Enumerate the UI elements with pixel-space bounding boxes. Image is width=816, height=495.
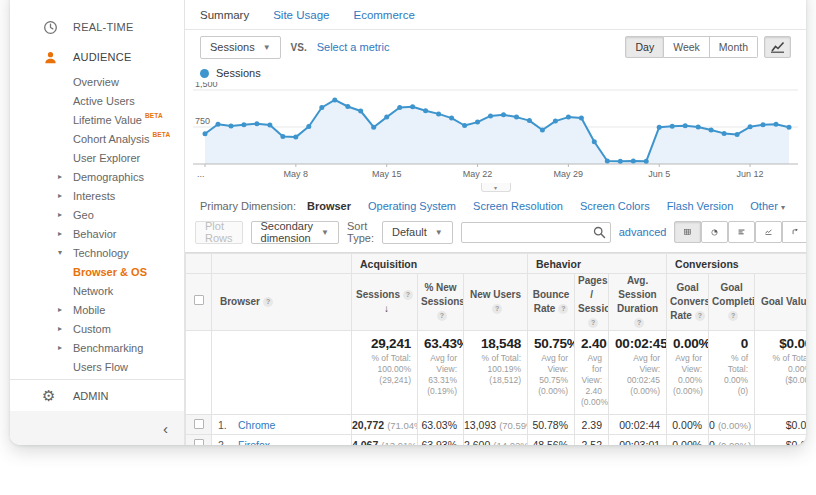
month-button[interactable]: Month xyxy=(710,36,758,58)
help-icon[interactable]: ? xyxy=(492,304,502,314)
dimension-screen-resolution[interactable]: Screen Resolution xyxy=(473,200,563,212)
search-icon[interactable] xyxy=(593,226,606,239)
data-point[interactable] xyxy=(722,131,727,136)
data-point[interactable] xyxy=(618,159,623,164)
data-point[interactable] xyxy=(592,139,597,144)
dimension-browser[interactable]: Browser xyxy=(307,200,351,212)
col-avg-duration[interactable]: Avg. Session Duration? xyxy=(609,274,667,331)
data-point[interactable] xyxy=(358,109,363,114)
metric-dropdown[interactable]: Sessions ▼ xyxy=(200,36,281,59)
col-goal-value[interactable]: Goal Value xyxy=(755,274,806,331)
sidebar-item-interests[interactable]: ▸Interests xyxy=(10,186,184,205)
sidebar-item-demographics[interactable]: ▸Demographics xyxy=(10,167,184,186)
col-goal-conv-rate[interactable]: Goal Conversion Rate? xyxy=(667,274,709,331)
dimension-other[interactable]: Other ▾ xyxy=(750,200,785,212)
col-browser[interactable]: Browser? xyxy=(212,274,352,331)
tab-summary[interactable]: Summary xyxy=(200,9,249,21)
sidebar-item-cohort-analysis[interactable]: Cohort AnalysisBETA xyxy=(10,129,184,148)
sidebar-item-active-users[interactable]: Active Users xyxy=(10,91,184,110)
search-input[interactable] xyxy=(461,222,611,243)
col-bounce-rate[interactable]: Bounce Rate? xyxy=(528,274,575,331)
week-button[interactable]: Week xyxy=(664,36,710,58)
data-point[interactable] xyxy=(384,115,389,120)
sidebar-item-realtime[interactable]: REAL-TIME xyxy=(10,12,184,42)
data-point[interactable] xyxy=(436,111,441,116)
sidebar-item-geo[interactable]: ▸Geo xyxy=(10,205,184,224)
help-icon[interactable]: ? xyxy=(403,290,413,300)
data-point[interactable] xyxy=(488,113,493,118)
data-point[interactable] xyxy=(761,122,766,127)
data-point[interactable] xyxy=(345,104,350,109)
day-button[interactable]: Day xyxy=(625,36,664,58)
select-metric-link[interactable]: Select a metric xyxy=(317,41,390,53)
data-point[interactable] xyxy=(423,108,428,113)
sidebar-item-browser-os[interactable]: Browser & OS xyxy=(10,262,184,281)
help-icon[interactable]: ? xyxy=(695,311,705,321)
data-point[interactable] xyxy=(462,123,467,128)
sidebar-item-custom[interactable]: ▸Custom xyxy=(10,319,184,338)
collapse-sidebar-icon[interactable]: ‹ xyxy=(163,421,168,436)
data-point[interactable] xyxy=(748,124,753,129)
sidebar-item-overview[interactable]: Overview xyxy=(10,72,184,91)
data-point[interactable] xyxy=(709,128,714,133)
data-point[interactable] xyxy=(332,97,337,102)
chart-type-button[interactable] xyxy=(764,36,791,58)
sidebar-item-admin[interactable]: ⚙ ADMIN xyxy=(10,379,184,411)
performance-view-icon[interactable] xyxy=(728,221,755,243)
data-point[interactable] xyxy=(631,159,636,164)
row-checkbox[interactable] xyxy=(194,439,204,445)
data-point[interactable] xyxy=(371,125,376,130)
data-point[interactable] xyxy=(293,135,298,140)
data-point[interactable] xyxy=(657,125,662,130)
col-goal-completions[interactable]: Goal Completions? xyxy=(709,274,755,331)
data-point[interactable] xyxy=(644,159,649,164)
data-point[interactable] xyxy=(410,104,415,109)
data-point[interactable] xyxy=(787,125,792,130)
data-point[interactable] xyxy=(306,124,311,129)
chart-collapse-toggle[interactable]: ▾ xyxy=(481,183,511,192)
data-point[interactable] xyxy=(319,105,324,110)
help-icon[interactable]: ? xyxy=(558,304,568,314)
sidebar-item-benchmarking[interactable]: ▸Benchmarking xyxy=(10,338,184,357)
help-icon[interactable]: ? xyxy=(588,318,598,328)
sidebar-item-technology[interactable]: ▾Technology xyxy=(10,243,184,262)
sidebar-item-network[interactable]: Network xyxy=(10,281,184,300)
data-point[interactable] xyxy=(774,122,779,127)
col-new-sessions[interactable]: % New Sessions? xyxy=(418,274,464,331)
browser-link[interactable]: Firefox xyxy=(238,439,270,445)
data-point[interactable] xyxy=(566,115,571,120)
advanced-link[interactable]: advanced xyxy=(619,226,667,238)
data-point[interactable] xyxy=(514,115,519,120)
help-icon[interactable]: ? xyxy=(728,311,738,321)
dimension-flash-version[interactable]: Flash Version xyxy=(667,200,734,212)
data-point[interactable] xyxy=(449,116,454,121)
sort-type-dropdown[interactable]: Default ▼ xyxy=(382,221,453,244)
percentage-view-icon[interactable] xyxy=(701,221,728,243)
table-view-icon[interactable] xyxy=(674,221,701,243)
tab-ecommerce[interactable]: Ecommerce xyxy=(353,9,414,21)
data-point[interactable] xyxy=(241,122,246,127)
data-point[interactable] xyxy=(229,124,234,129)
help-icon[interactable]: ? xyxy=(634,318,644,328)
sidebar-item-behavior[interactable]: ▸Behavior xyxy=(10,224,184,243)
data-point[interactable] xyxy=(397,105,402,110)
sidebar-item-mobile[interactable]: ▸Mobile xyxy=(10,300,184,319)
data-point[interactable] xyxy=(579,116,584,121)
data-point[interactable] xyxy=(670,124,675,129)
data-point[interactable] xyxy=(280,134,285,139)
data-point[interactable] xyxy=(501,112,506,117)
sidebar-item-audience[interactable]: AUDIENCE xyxy=(10,42,184,72)
data-point[interactable] xyxy=(605,159,610,164)
row-checkbox[interactable] xyxy=(194,419,204,429)
col-new-users[interactable]: New Users? xyxy=(464,274,528,331)
dimension-operating-system[interactable]: Operating System xyxy=(368,200,456,212)
data-point[interactable] xyxy=(735,132,740,137)
data-point[interactable] xyxy=(696,125,701,130)
plot-rows-button[interactable]: Plot Rows xyxy=(195,221,243,244)
pivot-view-icon[interactable] xyxy=(782,221,806,243)
sidebar-item-user-explorer[interactable]: User Explorer xyxy=(10,148,184,167)
sidebar-item-lifetime-value[interactable]: Lifetime ValueBETA xyxy=(10,110,184,129)
comparison-view-icon[interactable] xyxy=(755,221,782,243)
help-icon[interactable]: ? xyxy=(263,297,273,307)
tab-site-usage[interactable]: Site Usage xyxy=(273,9,329,21)
